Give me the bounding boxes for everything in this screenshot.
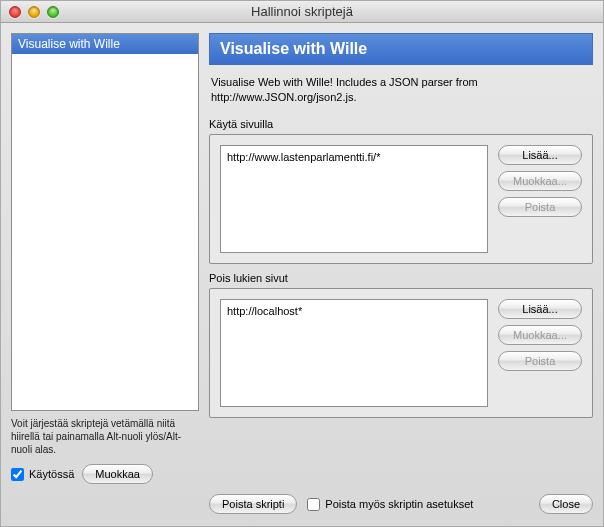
- script-description: Visualise Web with Wille! Includes a JSO…: [209, 73, 593, 110]
- titlebar: Hallinnoi skriptejä: [1, 1, 603, 23]
- include-section: Käytä sivuilla http://www.lastenparlamen…: [209, 118, 593, 264]
- traffic-lights: [1, 6, 59, 18]
- remove-settings-text: Poista myös skriptin asetukset: [325, 498, 473, 510]
- minimize-window-icon[interactable]: [28, 6, 40, 18]
- close-window-icon[interactable]: [9, 6, 21, 18]
- window: Hallinnoi skriptejä Visualise with Wille…: [0, 0, 604, 527]
- in-use-text: Käytössä: [29, 468, 74, 480]
- close-button[interactable]: Close: [539, 494, 593, 514]
- exclude-label: Pois lukien sivut: [209, 272, 593, 284]
- exclude-box: http://localhost* Lisää... Muokkaa... Po…: [209, 288, 593, 418]
- include-remove-button[interactable]: Poista: [498, 197, 582, 217]
- script-list-item[interactable]: Visualise with Wille: [12, 34, 198, 54]
- remove-settings-checkbox[interactable]: [307, 498, 320, 511]
- include-box: http://www.lastenparlamentti.fi/* Lisää.…: [209, 134, 593, 264]
- exclude-add-button[interactable]: Lisää...: [498, 299, 582, 319]
- exclude-remove-button[interactable]: Poista: [498, 351, 582, 371]
- include-url-list[interactable]: http://www.lastenparlamentti.fi/*: [220, 145, 488, 253]
- edit-script-button[interactable]: Muokkaa: [82, 464, 153, 484]
- include-label: Käytä sivuilla: [209, 118, 593, 130]
- exclude-edit-button[interactable]: Muokkaa...: [498, 325, 582, 345]
- in-use-checkbox-label[interactable]: Käytössä: [11, 464, 74, 484]
- reorder-hint: Voit järjestää skriptejä vetämällä niitä…: [11, 417, 199, 456]
- exclude-url-list[interactable]: http://localhost*: [220, 299, 488, 407]
- include-buttons: Lisää... Muokkaa... Poista: [498, 145, 582, 253]
- window-title: Hallinnoi skriptejä: [1, 4, 603, 19]
- exclude-section: Pois lukien sivut http://localhost* Lisä…: [209, 272, 593, 418]
- in-use-checkbox[interactable]: [11, 468, 24, 481]
- remove-script-button[interactable]: Poista skripti: [209, 494, 297, 514]
- include-add-button[interactable]: Lisää...: [498, 145, 582, 165]
- bottom-bar: Poista skripti Poista myös skriptin aset…: [1, 494, 603, 526]
- zoom-window-icon[interactable]: [47, 6, 59, 18]
- include-url-item[interactable]: http://www.lastenparlamentti.fi/*: [227, 150, 481, 165]
- include-edit-button[interactable]: Muokkaa...: [498, 171, 582, 191]
- script-title: Visualise with Wille: [209, 33, 593, 65]
- exclude-url-item[interactable]: http://localhost*: [227, 304, 481, 319]
- content: Visualise with Wille Voit järjestää skri…: [1, 23, 603, 494]
- exclude-buttons: Lisää... Muokkaa... Poista: [498, 299, 582, 407]
- left-buttons: Käytössä Muokkaa: [11, 464, 199, 484]
- left-panel: Visualise with Wille Voit järjestää skri…: [11, 33, 199, 484]
- remove-settings-checkbox-label[interactable]: Poista myös skriptin asetukset: [307, 498, 473, 511]
- script-list[interactable]: Visualise with Wille: [11, 33, 199, 411]
- right-panel: Visualise with Wille Visualise Web with …: [209, 33, 593, 484]
